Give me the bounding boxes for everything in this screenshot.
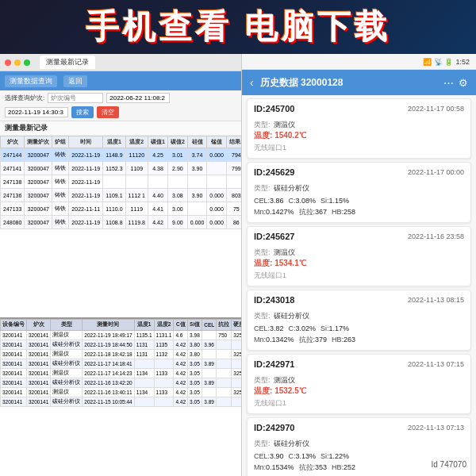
table-row: 32001413200141测温仪 2022-11-18 18:42:18 11…	[1, 350, 243, 359]
mobile-record-243018[interactable]: ID:243018 2022-11-13 08:15 类型: 碳硅分析仪 CEL…	[247, 290, 471, 351]
mobile-screenshot: 📶 📡 🔋 1:52 ‹ 历史数据 32000128 ⋯ ⚙ ID:245700…	[242, 54, 476, 476]
type-label: 类型:	[254, 121, 271, 129]
window-minimize-dot[interactable]	[14, 60, 21, 66]
type-value: 测温仪	[274, 121, 295, 129]
mobile-record-245700[interactable]: ID:245700 2022-11-17 00:58 类型: 测温仪 温度: 1…	[247, 98, 471, 159]
record-date: 2022-11-16 23:58	[408, 232, 464, 240]
col-header-si: 硅值	[187, 136, 207, 148]
table-row: 247144 3200047 铸铁 2022-11-19 1148.9 1112…	[1, 148, 242, 162]
filter-input-furnace[interactable]	[48, 93, 103, 103]
col-header-c1: 碳值1	[148, 136, 168, 148]
mobile-record-245627[interactable]: ID:245627 2022-11-16 23:58 类型: 测温仪 温度: 1…	[247, 226, 471, 286]
clear-button[interactable]: 清空	[97, 106, 119, 118]
table-row: 32001413200141碳硅分析仪 2022-11-16 13:42:20 …	[1, 378, 243, 388]
pc-tab-label[interactable]: 测量最新记录	[40, 56, 95, 69]
mobile-status-bar: 📶 📡 🔋 1:52	[242, 54, 476, 70]
pc-nav-btn-query[interactable]: 测量数据查询	[5, 75, 57, 87]
main-content: 测量最新记录 测量数据查询 返回 选择查询炉次: 搜索 清空 测量最新记录 炉次	[0, 54, 476, 476]
record-date: 2022-11-13 08:15	[408, 296, 464, 304]
port-label: 无线端口1	[254, 398, 464, 409]
col-header-temp1: 温度1	[103, 136, 125, 148]
temp-value: 温度: 1534.1℃	[254, 258, 464, 269]
search-button[interactable]: 搜索	[71, 106, 94, 118]
footer-id-label: Id 747070	[428, 459, 470, 470]
pc-bottom-table-section: 设备编号 炉次 类型 测量时间 温度1 温度2 C值 Si值 CEL 抗拉 硬度	[0, 317, 242, 476]
record-id: ID:242971	[254, 359, 294, 369]
port-label: 无线端口1	[254, 143, 464, 153]
mobile-record-list: ID:245700 2022-11-17 00:58 类型: 测温仪 温度: 1…	[242, 95, 476, 476]
record-id: ID:245629	[254, 167, 294, 177]
status-icons: 📶 📡 🔋	[423, 58, 453, 66]
record-id: ID:245700	[254, 104, 294, 113]
table-row: 247141 3200047 铸铁 2022-11-19 1152.3 1109…	[1, 162, 242, 175]
table-row: 32001413200141碳硅分析仪 2022-11-19 18:44:50 …	[1, 340, 243, 350]
table-row: 247133 3200047 铸铁 2022-11-11 1110.0 1119…	[1, 202, 242, 216]
mobile-record-242971[interactable]: ID:242971 2022-11-13 07:15 类型: 测温仪 温度: 1…	[247, 354, 471, 414]
filter-date-start[interactable]	[106, 93, 170, 103]
col-header-temp2: 温度2	[125, 136, 148, 148]
mobile-title: 历史数据 32000128	[260, 76, 344, 90]
col-header-date: 时间	[69, 136, 103, 148]
window-close-dot[interactable]	[5, 60, 11, 66]
table-row: 32001413200141碳硅分析仪 2022-11-15 10:05:44 …	[1, 397, 243, 407]
filter-date-end[interactable]	[5, 107, 68, 117]
col-header-r1: 结果1	[226, 136, 241, 148]
col-header-luci: 炉次	[1, 136, 25, 148]
table-row: 32001413200141测温仪 2022-11-16 13:40:11 11…	[1, 388, 243, 397]
table-row: 32001413200141碳硅分析仪 2022-11-17 14:18:41 …	[1, 359, 243, 369]
status-time: 1:52	[455, 58, 470, 66]
window-maximize-dot[interactable]	[24, 60, 30, 66]
top-banner: 手机查看 电脑下载	[0, 0, 476, 54]
pc-section-title: 测量最新记录	[0, 121, 241, 136]
pc-filter-row: 选择查询炉次: 搜索 清空	[0, 90, 241, 121]
banner-text: 手机查看 电脑下载	[86, 5, 390, 49]
table-row: 247138 3200047 铸铁 2022-11-19 1307.5 详情	[1, 175, 242, 189]
table-row: 32001413200141测温仪 2022-11-17 14:14:23 11…	[1, 369, 243, 378]
table-row: 32001413200141测温仪 2022-11-19 18:49:17 11…	[1, 331, 243, 340]
col-header-mn: 锰值	[207, 136, 227, 148]
table-row: 248080 3200047 铸铁 2022-11-19 1108.8 1119…	[1, 216, 242, 229]
record-date: 2022-11-17 00:00	[408, 168, 464, 176]
pc-nav-btn-back[interactable]: 返回	[63, 75, 87, 87]
mobile-header-icons: ⋯ ⚙	[443, 77, 468, 89]
record-id: ID:243018	[254, 295, 294, 305]
temp-value: 温度: 1540.2℃	[254, 130, 464, 141]
pc-navbar: 测量数据查询 返回	[0, 71, 241, 90]
col-header-furnace: 测量炉次	[25, 136, 52, 148]
filter-label-furnace: 选择查询炉次:	[5, 94, 44, 102]
record-date: 2022-11-13 07:13	[408, 424, 464, 432]
col-header-group: 炉组	[52, 136, 69, 148]
mobile-header: ‹ 历史数据 32000128 ⋯ ⚙	[242, 70, 476, 95]
pc-main-table: 炉次 测量炉次 炉组 时间 温度1 温度2 碳值1 碳值2 硅值 锰值 结果1 …	[0, 136, 241, 229]
temp-value: 温度: 1532.5℃	[254, 386, 464, 397]
record-id: ID:245627	[254, 232, 294, 241]
col-header-c2: 碳值2	[167, 136, 187, 148]
menu-icon[interactable]: ⋯	[443, 77, 454, 89]
record-date: 2022-11-17 00:58	[408, 105, 464, 113]
settings-icon[interactable]: ⚙	[459, 77, 468, 89]
pc-detail-table: 设备编号 炉次 类型 测量时间 温度1 温度2 C值 Si值 CEL 抗拉 硬度	[0, 319, 242, 407]
record-id: ID:242970	[254, 423, 294, 432]
record-date: 2022-11-13 07:15	[408, 360, 464, 368]
pc-topbar: 测量最新记录	[0, 54, 241, 71]
back-button[interactable]: ‹	[250, 76, 254, 89]
port-label: 无线端口1	[254, 271, 464, 281]
mobile-record-245629[interactable]: ID:245629 2022-11-17 00:00 类型: 碳硅分析仪 CEL…	[247, 162, 471, 223]
pc-screenshot: 测量最新记录 测量数据查询 返回 选择查询炉次: 搜索 清空 测量最新记录 炉次	[0, 54, 242, 476]
table-row: 247136 3200047 铸铁 2022-11-19 1109.1 1112…	[1, 189, 242, 202]
